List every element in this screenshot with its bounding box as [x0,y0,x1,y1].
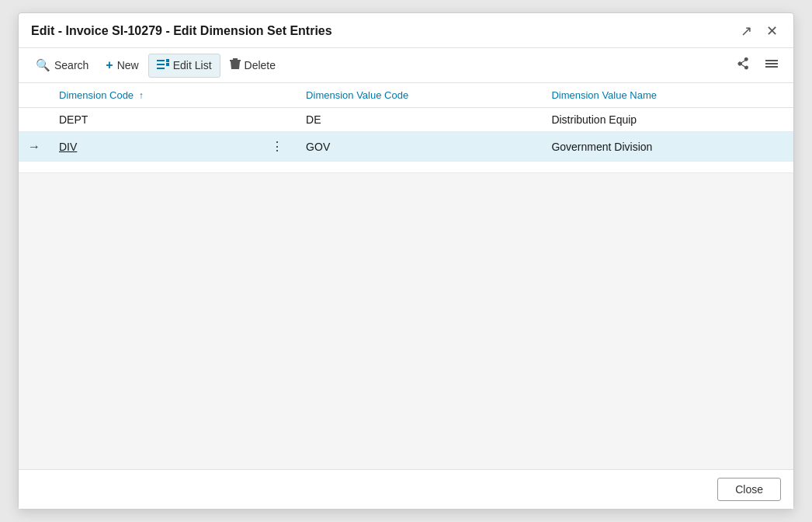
delete-icon [230,58,241,73]
title-actions: ↗ ✕ [737,23,781,40]
modal-dialog: Edit - Invoice SI-10279 - Edit Dimension… [18,12,794,510]
row-dimension-value-name: Government Division [542,132,793,162]
edit-list-icon [157,59,169,72]
row-dots-menu[interactable] [259,108,297,132]
col-header-dots [259,83,297,108]
content-area: Dimension Code ↑ Dimension Value Code Di… [19,83,793,469]
expand-icon: ↗ [741,23,752,39]
dimension-value-name-label: Dimension Value Name [551,89,657,101]
row-dimension-value-code: DE [297,108,542,132]
row-arrow [19,108,50,132]
svg-rect-1 [157,64,165,65]
table-row[interactable] [19,162,793,173]
table-container: Dimension Code ↑ Dimension Value Code Di… [19,83,793,173]
row-dots-menu[interactable]: ⋮ [259,132,297,162]
menu-icon [765,57,778,73]
table-header-row: Dimension Code ↑ Dimension Value Code Di… [19,83,793,108]
row-dimension-code: DEPT [50,108,259,132]
col-header-dimension-code[interactable]: Dimension Code ↑ [50,83,259,108]
menu-button[interactable] [759,53,784,78]
toolbar-right [731,53,784,78]
modal-footer: Close [19,469,793,509]
edit-list-button[interactable]: Edit List [148,54,220,78]
search-label: Search [54,59,88,71]
svg-rect-9 [765,66,778,68]
new-button[interactable]: + New [98,54,146,77]
table-row[interactable]: DEPTDEDistribution Equip [19,108,793,132]
search-button[interactable]: 🔍 Search [28,54,96,77]
col-header-dimension-value-code[interactable]: Dimension Value Code [297,83,542,108]
close-button[interactable]: Close [717,478,781,501]
dimension-value-code-label: Dimension Value Code [306,89,408,101]
close-title-button[interactable]: ✕ [763,23,781,40]
table-row[interactable]: →DIV⋮GOVGovernment Division [19,132,793,162]
close-icon: ✕ [766,23,778,39]
data-table: Dimension Code ↑ Dimension Value Code Di… [19,83,793,173]
svg-rect-8 [765,63,778,64]
svg-rect-0 [157,60,165,61]
row-dimension-value-name: Distribution Equip [542,108,793,132]
col-header-arrow [19,83,50,108]
new-label: New [117,59,139,71]
dimension-code-label: Dimension Code [59,89,134,101]
edit-list-label: Edit List [173,59,212,71]
row-arrow [19,162,50,173]
dots-menu-button[interactable]: ⋮ [268,137,287,155]
svg-rect-5 [233,58,238,60]
svg-rect-6 [230,60,241,61]
row-dimension-value-code [297,162,542,173]
expand-button[interactable]: ↗ [737,23,755,40]
svg-rect-3 [166,59,169,62]
delete-label: Delete [245,59,276,71]
modal-title-bar: Edit - Invoice SI-10279 - Edit Dimension… [19,13,793,48]
row-dimension-code: DIV [50,132,259,162]
row-dimension-code [50,162,259,173]
row-dimension-value-name [542,162,793,173]
table-body: DEPTDEDistribution Equip→DIV⋮GOVGovernme… [19,108,793,173]
share-button[interactable] [731,53,756,78]
svg-rect-4 [166,63,169,66]
modal-title: Edit - Invoice SI-10279 - Edit Dimension… [31,24,332,38]
svg-rect-7 [765,60,778,61]
row-arrow: → [19,132,50,162]
col-header-dimension-value-name[interactable]: Dimension Value Name [542,83,793,108]
svg-rect-2 [157,68,165,69]
share-icon [737,57,750,73]
sort-asc-icon: ↑ [139,90,144,101]
row-dots-menu[interactable] [259,162,297,173]
delete-button[interactable]: Delete [222,54,283,78]
plus-icon: + [106,58,113,72]
search-icon: 🔍 [36,58,50,72]
toolbar: 🔍 Search + New Edit List [19,48,793,83]
row-dimension-value-code: GOV [297,132,542,162]
